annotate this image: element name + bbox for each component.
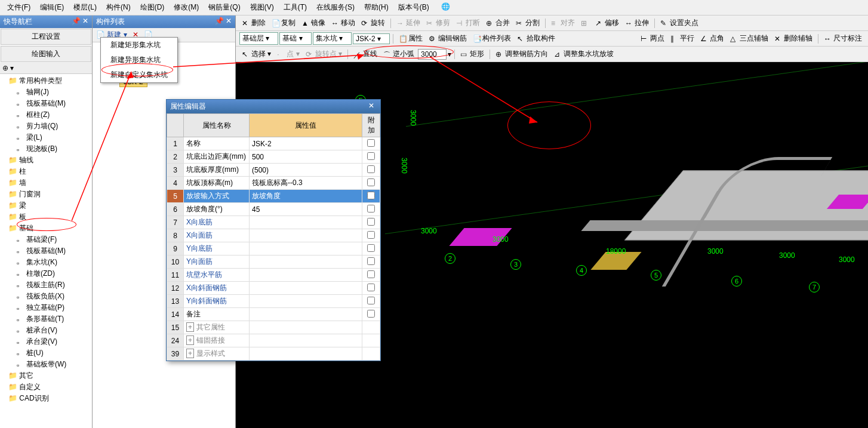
extra-checkbox[interactable] [367, 192, 375, 199]
tb-移动[interactable]: ↔移动 [329, 17, 358, 29]
extra-checkbox[interactable] [367, 205, 375, 213]
tb-构件列表[interactable]: 📑构件列表 [470, 32, 513, 45]
prop-row[interactable]: 9Y向底筋 [167, 242, 380, 255]
extra-checkbox[interactable] [367, 152, 375, 160]
selector[interactable]: JSK-2 ▾ [353, 33, 390, 44]
tree-node[interactable]: ▫基础板带(W) [1, 359, 91, 370]
menu-new-rect-sump[interactable]: 新建矩形集水坑 [101, 38, 177, 53]
extra-checkbox[interactable] [367, 178, 375, 186]
tree-node[interactable]: ▫集水坑(K) [1, 257, 91, 268]
tree-node[interactable]: ▫独立基础(P) [1, 302, 91, 313]
tree-node[interactable]: ▫承台梁(V) [1, 336, 91, 347]
tb-选择[interactable]: ↖选择 ▾ [239, 48, 273, 60]
tb-调整集水坑放坡[interactable]: ⊿调整集水坑放坡 [552, 48, 616, 60]
extra-checkbox[interactable] [367, 310, 375, 318]
tb-镜像[interactable]: ▲镜像 [299, 17, 328, 29]
extra-checkbox[interactable] [367, 284, 375, 291]
prop-row[interactable]: 4坑板顶标高(m)筏板底标高--0.3 [167, 177, 380, 190]
tb-矩形[interactable]: ▭矩形 [458, 48, 487, 60]
menu-version[interactable]: 版本号(B) [393, 1, 434, 14]
tree-node[interactable]: ▫基础梁(F) [1, 234, 91, 245]
menu-rebar[interactable]: 钢筋量(Q) [204, 1, 245, 14]
tree-node[interactable]: ▫筏板基础(M) [1, 245, 91, 257]
extra-checkbox[interactable] [367, 257, 375, 265]
tb-直线[interactable]: ／直线 [351, 48, 380, 60]
tb-三点辅轴[interactable]: △三点辅轴 [728, 32, 771, 45]
prop-row[interactable]: 12X向斜面钢筋 [167, 282, 380, 295]
prop-row[interactable]: 24+锚固搭接 [167, 334, 380, 347]
pin-icon[interactable]: 📌 ✕ [72, 17, 88, 27]
prop-row[interactable]: 2坑底出边距离(mm)500 [167, 150, 380, 164]
menu-help[interactable]: 帮助(H) [359, 1, 393, 14]
tree-node[interactable]: 📁 其它 [1, 370, 91, 381]
tb-两点[interactable]: ⊢两点 [638, 32, 667, 45]
tb-删除辅轴[interactable]: ✕删除辅轴 [772, 32, 815, 45]
tree-node[interactable]: ▫筏板负筋(X) [1, 291, 91, 302]
prop-row[interactable]: 5放坡输入方式放坡角度 [167, 190, 380, 203]
dialog-titlebar[interactable]: 属性编辑器 ✕ [167, 100, 380, 113]
tree-node[interactable]: 📁 门窗洞 [1, 189, 91, 200]
prop-row[interactable]: 13Y向斜面钢筋 [167, 295, 380, 308]
selector[interactable]: 基础层 ▾ [239, 32, 278, 45]
tree-node[interactable]: 📁 自定义 [1, 381, 91, 393]
tree-node[interactable]: 📁 板 [1, 211, 91, 223]
tab-draw-input[interactable]: 绘图输入 [1, 46, 91, 62]
dialog-close-button[interactable]: ✕ [366, 101, 377, 112]
extra-checkbox[interactable] [367, 297, 375, 304]
menu-draw[interactable]: 绘图(D) [136, 1, 170, 14]
extra-checkbox[interactable] [367, 139, 375, 147]
tree-toolbar[interactable]: ⊕ ▾ [0, 63, 92, 74]
tree-node[interactable]: ▫筏板主筋(R) [1, 279, 91, 291]
tb-点角[interactable]: ∠点角 [698, 32, 727, 45]
tb-尺寸标注[interactable]: ↔尺寸标注 [821, 32, 864, 45]
tb-属性[interactable]: 📋属性 [396, 32, 425, 45]
tree-node[interactable]: ▫剪力墙(Q) [1, 121, 91, 132]
tree-node[interactable]: 📁 基础 [1, 223, 91, 234]
menu-online[interactable]: 在线服务(S) [312, 1, 359, 14]
prop-row[interactable]: 8X向面筋 [167, 229, 380, 242]
tb-逆小弧[interactable]: ⌒逆小弧 [381, 48, 417, 60]
tree-node[interactable]: ▫柱墩(ZD) [1, 268, 91, 279]
tree-node[interactable]: ▫条形基础(T) [1, 313, 91, 325]
tb-删除[interactable]: ✕删除 [239, 17, 268, 29]
prop-row[interactable]: 6放坡角度(°)45 [167, 203, 380, 216]
tb-旋转[interactable]: ⟳旋转 [359, 17, 387, 29]
selector[interactable]: 基础 ▾ [279, 32, 311, 45]
tree-node[interactable]: 📁 CAD识别 [1, 393, 91, 404]
tb-设置夹点[interactable]: ✎设置夹点 [658, 17, 701, 29]
tab-project-settings[interactable]: 工程设置 [1, 29, 91, 45]
tb-拾取构件[interactable]: ↖拾取构件 [515, 32, 558, 45]
extra-checkbox[interactable] [367, 218, 375, 226]
tree-node[interactable]: ▫桩承台(V) [1, 325, 91, 336]
prop-row[interactable]: 1名称JSK-2 [167, 137, 380, 150]
prop-row[interactable]: 39+显示样式 [167, 347, 380, 361]
tb-合并[interactable]: ⊕合并 [484, 17, 512, 29]
prop-row[interactable]: 3坑底板厚度(mm)(500) [167, 164, 380, 177]
menu-tools[interactable]: 工具(T) [279, 1, 312, 14]
tree-node[interactable]: ▫筏板基础(M) [1, 98, 91, 109]
menu-modify[interactable]: 修改(M) [169, 1, 204, 14]
tree-node[interactable]: 📁 墙 [1, 177, 91, 189]
prop-row[interactable]: 10Y向面筋 [167, 255, 380, 269]
tb-调整钢筋方向[interactable]: ⊕调整钢筋方向 [493, 48, 550, 60]
extra-checkbox[interactable] [367, 165, 375, 173]
menu-floor[interactable]: 楼层(L) [69, 1, 101, 14]
component-tree[interactable]: 📁 常用构件类型▫轴网(J)▫筏板基础(M)▫框柱(Z)▫剪力墙(Q)▫梁(L)… [0, 74, 92, 428]
tree-node[interactable]: ▫轴网(J) [1, 87, 91, 98]
tree-node[interactable]: ▫现浇板(B) [1, 143, 91, 155]
tb-复制[interactable]: 📄复制 [269, 17, 298, 29]
tb-平行[interactable]: ∥平行 [668, 32, 697, 45]
dropdown-icon[interactable]: ▾ [448, 50, 451, 58]
extra-checkbox[interactable] [367, 231, 375, 239]
property-table[interactable]: 属性名称 属性值 附加 1名称JSK-22坑底出边距离(mm)5003坑底板厚度… [167, 113, 380, 361]
pin-icon[interactable]: 📌 ✕ [215, 17, 232, 27]
tree-node[interactable]: ▫框柱(Z) [1, 109, 91, 121]
extra-checkbox[interactable] [367, 270, 375, 278]
menu-component[interactable]: 构件(N) [101, 1, 136, 14]
arc-radius-input[interactable] [418, 49, 447, 60]
tb-偏移[interactable]: ↗偏移 [593, 17, 621, 29]
prop-row[interactable]: 14备注 [167, 308, 380, 321]
tb-编辑钢筋[interactable]: ⚙编辑钢筋 [426, 32, 469, 45]
menu-edit[interactable]: 编辑(E) [35, 1, 69, 14]
selector[interactable]: 集水坑 ▾ [313, 32, 352, 45]
